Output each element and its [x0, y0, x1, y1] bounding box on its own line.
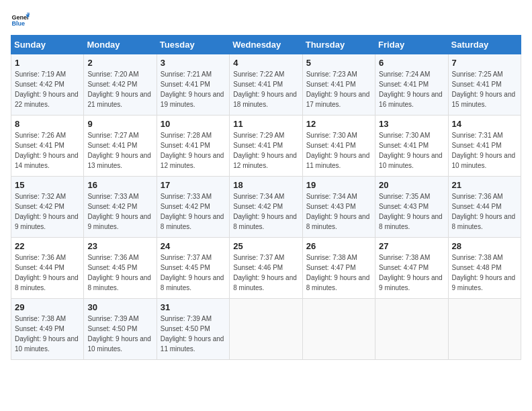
calendar-day-cell: 9 Sunrise: 7:27 AMSunset: 4:41 PMDayligh…: [84, 116, 157, 177]
day-number: 30: [87, 302, 152, 312]
svg-text:Blue: Blue: [11, 20, 25, 27]
page-header: General Blue: [11, 11, 521, 30]
calendar-day-cell: 28 Sunrise: 7:38 AMSunset: 4:48 PMDaylig…: [448, 238, 521, 299]
day-info: Sunrise: 7:30 AMSunset: 4:41 PMDaylight:…: [379, 130, 444, 171]
day-number: 17: [161, 180, 226, 190]
day-info: Sunrise: 7:38 AMSunset: 4:49 PMDaylight:…: [15, 314, 80, 354]
day-info: Sunrise: 7:38 AMSunset: 4:47 PMDaylight:…: [379, 253, 444, 293]
day-number: 12: [306, 119, 371, 129]
calendar-day-cell: [230, 299, 302, 360]
calendar-day-cell: 1 Sunrise: 7:19 AMSunset: 4:42 PMDayligh…: [11, 54, 84, 116]
day-number: 11: [233, 119, 298, 129]
day-info: Sunrise: 7:33 AMSunset: 4:42 PMDaylight:…: [161, 191, 226, 232]
day-number: 13: [379, 119, 444, 129]
day-number: 15: [15, 180, 80, 190]
calendar-day-cell: 22 Sunrise: 7:36 AMSunset: 4:44 PMDaylig…: [11, 238, 84, 299]
day-number: 22: [15, 241, 80, 251]
day-number: 28: [452, 241, 517, 251]
day-info: Sunrise: 7:31 AMSunset: 4:41 PMDaylight:…: [452, 130, 517, 171]
calendar-day-cell: 16 Sunrise: 7:33 AMSunset: 4:42 PMDaylig…: [84, 177, 157, 238]
calendar-table: SundayMondayTuesdayWednesdayThursdayFrid…: [11, 35, 521, 360]
calendar-day-cell: 14 Sunrise: 7:31 AMSunset: 4:41 PMDaylig…: [448, 116, 521, 177]
calendar-day-cell: 15 Sunrise: 7:32 AMSunset: 4:42 PMDaylig…: [11, 177, 84, 238]
day-info: Sunrise: 7:38 AMSunset: 4:48 PMDaylight:…: [452, 253, 517, 293]
day-info: Sunrise: 7:22 AMSunset: 4:41 PMDaylight:…: [233, 69, 298, 109]
day-number: 16: [87, 180, 152, 190]
day-number: 6: [379, 58, 444, 68]
day-info: Sunrise: 7:26 AMSunset: 4:41 PMDaylight:…: [15, 130, 80, 171]
calendar-day-cell: 13 Sunrise: 7:30 AMSunset: 4:41 PMDaylig…: [375, 116, 448, 177]
day-info: Sunrise: 7:36 AMSunset: 4:44 PMDaylight:…: [15, 253, 80, 293]
day-info: Sunrise: 7:24 AMSunset: 4:41 PMDaylight:…: [379, 69, 444, 109]
calendar-week-row: 8 Sunrise: 7:26 AMSunset: 4:41 PMDayligh…: [11, 116, 521, 177]
day-of-week-header: Friday: [375, 36, 448, 54]
calendar-day-cell: 3 Sunrise: 7:21 AMSunset: 4:41 PMDayligh…: [157, 54, 229, 116]
day-number: 18: [233, 180, 298, 190]
day-of-week-header: Saturday: [448, 36, 521, 54]
calendar-day-cell: [375, 299, 448, 360]
day-number: 4: [233, 58, 298, 68]
calendar-day-cell: 19 Sunrise: 7:34 AMSunset: 4:43 PMDaylig…: [302, 177, 375, 238]
day-info: Sunrise: 7:36 AMSunset: 4:45 PMDaylight:…: [87, 253, 152, 293]
day-info: Sunrise: 7:37 AMSunset: 4:45 PMDaylight:…: [161, 253, 226, 293]
calendar-week-row: 29 Sunrise: 7:38 AMSunset: 4:49 PMDaylig…: [11, 299, 521, 360]
logo-icon: General Blue: [11, 11, 30, 30]
day-number: 5: [306, 58, 371, 68]
day-info: Sunrise: 7:25 AMSunset: 4:41 PMDaylight:…: [452, 69, 517, 109]
calendar-day-cell: [448, 299, 521, 360]
day-of-week-header: Tuesday: [157, 36, 229, 54]
day-number: 9: [87, 119, 152, 129]
day-number: 10: [161, 119, 226, 129]
day-info: Sunrise: 7:29 AMSunset: 4:41 PMDaylight:…: [233, 130, 298, 171]
day-number: 20: [379, 180, 444, 190]
day-of-week-header: Sunday: [11, 36, 84, 54]
day-info: Sunrise: 7:28 AMSunset: 4:41 PMDaylight:…: [161, 130, 226, 171]
day-number: 27: [379, 241, 444, 251]
day-info: Sunrise: 7:21 AMSunset: 4:41 PMDaylight:…: [161, 69, 226, 109]
day-info: Sunrise: 7:20 AMSunset: 4:42 PMDaylight:…: [87, 69, 152, 109]
day-info: Sunrise: 7:27 AMSunset: 4:41 PMDaylight:…: [87, 130, 152, 171]
calendar-day-cell: 20 Sunrise: 7:35 AMSunset: 4:43 PMDaylig…: [375, 177, 448, 238]
day-number: 1: [15, 58, 80, 68]
day-info: Sunrise: 7:34 AMSunset: 4:43 PMDaylight:…: [306, 191, 371, 232]
calendar-day-cell: 25 Sunrise: 7:37 AMSunset: 4:46 PMDaylig…: [230, 238, 302, 299]
calendar-day-cell: 2 Sunrise: 7:20 AMSunset: 4:42 PMDayligh…: [84, 54, 157, 116]
calendar-day-cell: 27 Sunrise: 7:38 AMSunset: 4:47 PMDaylig…: [375, 238, 448, 299]
calendar-day-cell: 6 Sunrise: 7:24 AMSunset: 4:41 PMDayligh…: [375, 54, 448, 116]
day-number: 25: [233, 241, 298, 251]
day-number: 2: [87, 58, 152, 68]
calendar-week-row: 1 Sunrise: 7:19 AMSunset: 4:42 PMDayligh…: [11, 54, 521, 116]
day-info: Sunrise: 7:19 AMSunset: 4:42 PMDaylight:…: [15, 69, 80, 109]
calendar-day-cell: 11 Sunrise: 7:29 AMSunset: 4:41 PMDaylig…: [230, 116, 302, 177]
day-number: 3: [161, 58, 226, 68]
day-number: 29: [15, 302, 80, 312]
day-info: Sunrise: 7:38 AMSunset: 4:47 PMDaylight:…: [306, 253, 371, 293]
day-info: Sunrise: 7:23 AMSunset: 4:41 PMDaylight:…: [306, 69, 371, 109]
calendar-day-cell: 10 Sunrise: 7:28 AMSunset: 4:41 PMDaylig…: [157, 116, 229, 177]
calendar-day-cell: 18 Sunrise: 7:34 AMSunset: 4:42 PMDaylig…: [230, 177, 302, 238]
day-number: 14: [452, 119, 517, 129]
calendar-day-cell: 26 Sunrise: 7:38 AMSunset: 4:47 PMDaylig…: [302, 238, 375, 299]
calendar-day-cell: [302, 299, 375, 360]
day-number: 7: [452, 58, 517, 68]
day-number: 31: [161, 302, 226, 312]
day-info: Sunrise: 7:30 AMSunset: 4:41 PMDaylight:…: [306, 130, 371, 171]
day-info: Sunrise: 7:39 AMSunset: 4:50 PMDaylight:…: [87, 314, 152, 354]
calendar-week-row: 22 Sunrise: 7:36 AMSunset: 4:44 PMDaylig…: [11, 238, 521, 299]
day-number: 24: [161, 241, 226, 251]
day-info: Sunrise: 7:39 AMSunset: 4:50 PMDaylight:…: [161, 314, 226, 354]
calendar-day-cell: 4 Sunrise: 7:22 AMSunset: 4:41 PMDayligh…: [230, 54, 302, 116]
calendar-day-cell: 21 Sunrise: 7:36 AMSunset: 4:44 PMDaylig…: [448, 177, 521, 238]
logo: General Blue: [11, 11, 30, 30]
calendar-day-cell: 24 Sunrise: 7:37 AMSunset: 4:45 PMDaylig…: [157, 238, 229, 299]
day-number: 8: [15, 119, 80, 129]
calendar-day-cell: 7 Sunrise: 7:25 AMSunset: 4:41 PMDayligh…: [448, 54, 521, 116]
calendar-day-cell: 23 Sunrise: 7:36 AMSunset: 4:45 PMDaylig…: [84, 238, 157, 299]
day-info: Sunrise: 7:35 AMSunset: 4:43 PMDaylight:…: [379, 191, 444, 232]
calendar-day-cell: 17 Sunrise: 7:33 AMSunset: 4:42 PMDaylig…: [157, 177, 229, 238]
calendar-day-cell: 29 Sunrise: 7:38 AMSunset: 4:49 PMDaylig…: [11, 299, 84, 360]
day-info: Sunrise: 7:36 AMSunset: 4:44 PMDaylight:…: [452, 191, 517, 232]
calendar-day-cell: 5 Sunrise: 7:23 AMSunset: 4:41 PMDayligh…: [302, 54, 375, 116]
calendar-day-cell: 30 Sunrise: 7:39 AMSunset: 4:50 PMDaylig…: [84, 299, 157, 360]
day-of-week-header: Thursday: [302, 36, 375, 54]
